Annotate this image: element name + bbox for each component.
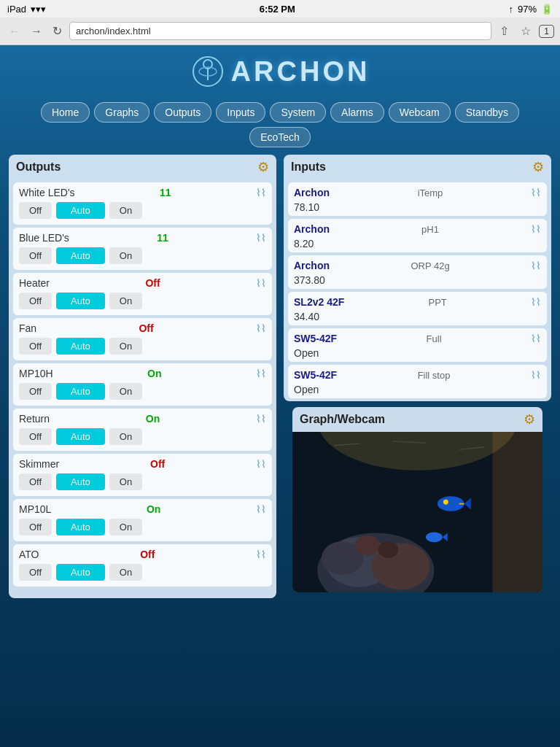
output-fan-off[interactable]: Off [19, 338, 52, 355]
refresh-button[interactable]: ↻ [50, 23, 65, 39]
output-return-signal: ⌇⌇ [256, 413, 266, 425]
output-mp10l-on[interactable]: On [109, 519, 142, 535]
input-sw5-fillstop-value: Open [294, 384, 541, 395]
output-white-leds-controls: Off Auto On [19, 200, 266, 222]
output-fan: Fan Off ⌇⌇ Off Auto On [13, 318, 272, 360]
output-heater-auto[interactable]: Auto [56, 293, 105, 309]
tab-count[interactable]: 1 [539, 25, 554, 38]
output-return-value: On [146, 413, 160, 425]
output-skimmer-auto[interactable]: Auto [56, 473, 105, 490]
output-heater-controls: Off Auto On [19, 290, 266, 312]
nav-inputs[interactable]: Inputs [216, 102, 265, 123]
output-return-top: Return On ⌇⌇ [19, 411, 266, 426]
input-orp-source: Archon [294, 260, 330, 271]
output-heater-top: Heater Off ⌇⌇ [19, 276, 266, 290]
output-blue-leds-auto[interactable]: Auto [56, 247, 105, 264]
input-itemp-value: 78.10 [294, 201, 541, 213]
input-ph1: Archon pH1 ⌇⌇ 8.20 [288, 219, 547, 252]
input-sw5-full-source: SW5-42F [294, 333, 337, 344]
output-white-leds-name: White LED's [19, 187, 75, 198]
output-blue-leds-off[interactable]: Off [19, 247, 52, 264]
output-ato-on[interactable]: On [109, 564, 142, 581]
nav-ecotech[interactable]: EcoTech [249, 127, 311, 147]
app-header: ARCHON [0, 45, 560, 98]
output-white-leds-value: 11 [160, 187, 171, 198]
svg-point-17 [426, 532, 443, 542]
output-mp10l: MP10L On ⌇⌇ Off Auto On [13, 499, 272, 541]
output-ato-controls: Off Auto On [19, 562, 266, 584]
output-fan-on[interactable]: On [109, 338, 142, 355]
back-button[interactable]: ← [6, 23, 23, 39]
output-mp10l-top: MP10L On ⌇⌇ [19, 502, 266, 516]
nav-home[interactable]: Home [41, 102, 90, 123]
input-ppt-top: SL2v2 42F PPT ⌇⌇ [294, 295, 541, 309]
input-ph1-value: 8.20 [294, 238, 541, 249]
nav-webcam[interactable]: Webcam [389, 102, 451, 123]
nav-outputs[interactable]: Outputs [154, 102, 211, 123]
outputs-panel: Outputs ⚙ White LED's 11 ⌇⌇ Off Auto On … [9, 155, 276, 598]
input-itemp-top: Archon iTemp ⌇⌇ [294, 185, 541, 200]
bookmark-button[interactable]: ☆ [517, 23, 534, 39]
url-bar[interactable] [69, 22, 491, 40]
battery-label: 97% [518, 4, 537, 15]
output-white-leds-auto[interactable]: Auto [56, 202, 105, 219]
output-ato-top: ATO Off ⌇⌇ [19, 547, 266, 562]
output-white-leds-off[interactable]: Off [19, 202, 52, 219]
right-column: Inputs ⚙ Archon iTemp ⌇⌇ 78.10 Archon pH… [284, 155, 551, 598]
main-content: Outputs ⚙ White LED's 11 ⌇⌇ Off Auto On … [0, 155, 560, 598]
webcam-image [292, 432, 542, 592]
output-heater-on[interactable]: On [109, 293, 142, 309]
forward-button[interactable]: → [28, 23, 45, 39]
output-heater-name: Heater [19, 277, 50, 289]
input-ph1-name: pH1 [421, 224, 439, 235]
output-ato-value: Off [140, 549, 155, 560]
nav-alarms[interactable]: Alarms [330, 102, 384, 123]
output-return-on[interactable]: On [109, 428, 142, 445]
output-blue-leds-name: Blue LED's [19, 232, 69, 244]
output-mp10l-off[interactable]: Off [19, 519, 52, 535]
graph-gear-icon[interactable]: ⚙ [524, 411, 535, 427]
logo-text: ARCHON [231, 56, 370, 88]
output-skimmer-off[interactable]: Off [19, 473, 52, 490]
input-sw5-fillstop: SW5-42F Fill stop ⌇⌇ Open [288, 365, 547, 398]
input-sw5-fillstop-top: SW5-42F Fill stop ⌇⌇ [294, 368, 541, 382]
inputs-gear-icon[interactable]: ⚙ [532, 159, 544, 175]
outputs-gear-icon[interactable]: ⚙ [257, 159, 269, 175]
input-itemp: Archon iTemp ⌇⌇ 78.10 [288, 182, 547, 216]
output-ato: ATO Off ⌇⌇ Off Auto On [13, 544, 272, 587]
output-mp10h-top: MP10H On ⌇⌇ [19, 366, 266, 381]
nav-system[interactable]: System [270, 102, 326, 123]
input-sw5-full-signal: ⌇⌇ [531, 333, 541, 344]
output-mp10h-controls: Off Auto On [19, 381, 266, 403]
output-ato-signal: ⌇⌇ [256, 549, 266, 560]
output-skimmer-on[interactable]: On [109, 473, 142, 490]
input-ppt-signal: ⌇⌇ [531, 296, 541, 308]
output-mp10h-on[interactable]: On [109, 383, 142, 400]
output-mp10h-off[interactable]: Off [19, 383, 52, 400]
share-button[interactable]: ⇧ [496, 23, 513, 39]
output-mp10h-auto[interactable]: Auto [56, 383, 105, 400]
output-return-auto[interactable]: Auto [56, 428, 105, 445]
output-mp10l-controls: Off Auto On [19, 516, 266, 538]
output-mp10l-auto[interactable]: Auto [56, 519, 105, 535]
output-fan-auto[interactable]: Auto [56, 338, 105, 355]
output-return: Return On ⌇⌇ Off Auto On [13, 409, 272, 451]
output-white-leds-on[interactable]: On [109, 202, 142, 219]
output-return-off[interactable]: Off [19, 428, 52, 445]
output-blue-leds-on[interactable]: On [109, 247, 142, 264]
output-ato-auto[interactable]: Auto [56, 564, 105, 581]
status-right: ↑ 97% 🔋 [508, 4, 553, 15]
nav-graphs[interactable]: Graphs [94, 102, 149, 123]
output-ato-off[interactable]: Off [19, 564, 52, 581]
output-fan-top: Fan Off ⌇⌇ [19, 321, 266, 336]
input-orp-top: Archon ORP 42g ⌇⌇ [294, 258, 541, 273]
output-white-leds: White LED's 11 ⌇⌇ Off Auto On [13, 182, 272, 225]
output-mp10h-name: MP10H [19, 368, 53, 379]
nav-standbys[interactable]: Standbys [455, 102, 519, 123]
input-orp: Archon ORP 42g ⌇⌇ 373.80 [288, 255, 547, 289]
svg-point-12 [378, 541, 398, 558]
input-orp-name: ORP 42g [411, 260, 449, 271]
input-sw5-full-name: Full [427, 333, 442, 344]
output-heater-off[interactable]: Off [19, 293, 52, 309]
output-mp10l-value: On [147, 503, 160, 515]
